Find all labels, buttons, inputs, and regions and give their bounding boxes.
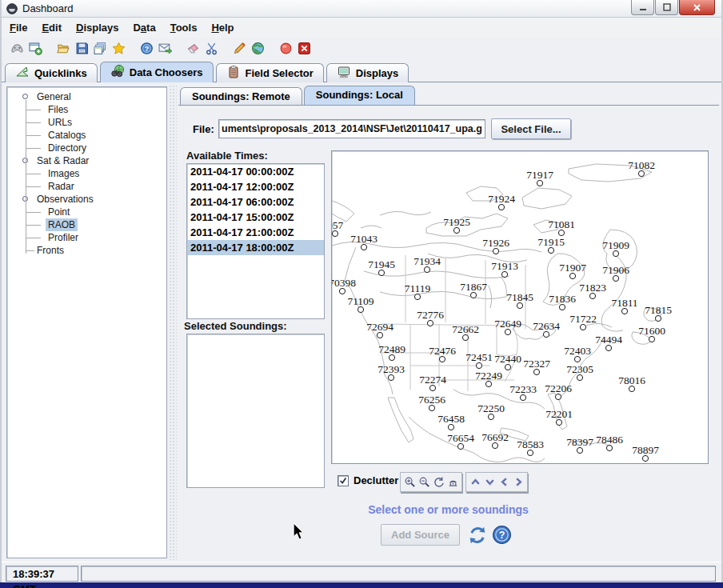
tree-item-profiler[interactable]: Profiler <box>14 231 166 244</box>
close-button[interactable] <box>679 0 715 15</box>
station-marker-78397[interactable] <box>577 447 582 453</box>
station-marker-71836[interactable] <box>559 304 565 310</box>
station-marker-71109[interactable] <box>358 306 363 312</box>
eraser-icon[interactable] <box>184 40 202 58</box>
station-marker-72649[interactable] <box>505 329 510 334</box>
station-marker-72274[interactable] <box>429 385 435 390</box>
tree-item-fronts[interactable]: Fronts <box>14 244 166 257</box>
station-marker-71823[interactable] <box>589 293 595 298</box>
station-marker-71925[interactable] <box>453 227 459 233</box>
station-marker-71909[interactable] <box>613 250 618 256</box>
zoom-out-button[interactable] <box>417 474 431 490</box>
station-markers[interactable]: 9577104370398711097194571934719257192471… <box>332 159 672 462</box>
station-marker-72249[interactable] <box>485 381 491 386</box>
copy-icon[interactable] <box>91 40 109 58</box>
station-marker-72305[interactable] <box>577 374 582 380</box>
select-file-button[interactable]: Select File... <box>491 118 571 139</box>
selected-soundings-list[interactable] <box>186 334 325 488</box>
station-marker-78583[interactable] <box>527 450 533 455</box>
time-list-item[interactable]: 2011-04-17 21:00:00Z <box>187 225 324 240</box>
tree-item-urls[interactable]: URLs <box>14 116 166 129</box>
menu-displays[interactable]: Displays <box>76 19 126 36</box>
station-marker-72440[interactable] <box>505 364 510 370</box>
rotate-button[interactable] <box>431 474 445 490</box>
send-mail-icon[interactable] <box>156 40 174 58</box>
tree-expand-handle[interactable] <box>22 94 28 99</box>
station-marker-76692[interactable] <box>492 442 497 448</box>
tree-item-point[interactable]: Point <box>14 206 166 218</box>
station-marker-76458[interactable] <box>448 424 453 430</box>
station-marker-71722[interactable] <box>580 324 585 330</box>
station-marker-72451[interactable] <box>476 362 481 368</box>
refresh-icon[interactable] <box>468 526 487 545</box>
tab-displays[interactable]: Displays <box>326 63 409 82</box>
tree-item-catalogs[interactable]: Catalogs <box>14 129 166 142</box>
station-marker-71926[interactable] <box>493 248 498 254</box>
pan-down-button[interactable] <box>482 474 497 490</box>
station-marker-71815[interactable] <box>655 315 661 321</box>
station-marker-72327[interactable] <box>533 369 539 374</box>
tab-quicklinks[interactable]: Quicklinks <box>5 63 98 82</box>
menu-edit[interactable]: Edit <box>42 19 70 36</box>
tree-item-directory[interactable]: Directory <box>14 142 166 154</box>
time-list-item[interactable]: 2011-04-17 00:00:00Z <box>187 164 324 179</box>
time-list-item[interactable]: 2011-04-17 18:00:00Z <box>187 240 324 255</box>
station-marker-71917[interactable] <box>537 180 542 186</box>
tree-item-raob[interactable]: RAOB <box>14 218 166 231</box>
declutter-checkbox[interactable] <box>338 475 349 486</box>
controller-icon[interactable] <box>8 40 26 58</box>
station-map[interactable]: 9577104370398711097194571934719257192471… <box>331 150 709 464</box>
station-marker-72250[interactable] <box>488 414 493 419</box>
cut-icon[interactable] <box>202 40 220 58</box>
station-marker-71600[interactable] <box>649 336 654 342</box>
station-marker-76256[interactable] <box>429 405 434 410</box>
station-marker-71119[interactable] <box>414 294 420 299</box>
station-marker-71907[interactable] <box>569 273 575 278</box>
zoom-in-button[interactable] <box>402 474 417 490</box>
home-button[interactable] <box>445 474 460 490</box>
tree-item-radar[interactable]: Radar <box>14 180 166 193</box>
station-marker-71811[interactable] <box>621 308 627 314</box>
expand-right-icon[interactable] <box>170 98 176 105</box>
station-marker-71934[interactable] <box>424 266 429 272</box>
station-marker-72233[interactable] <box>520 394 525 400</box>
station-marker-76654[interactable] <box>457 443 463 449</box>
station-marker-78897[interactable] <box>642 455 648 461</box>
station-marker-74494[interactable] <box>605 345 611 350</box>
station-marker-71945[interactable] <box>378 270 384 275</box>
collapse-left-icon[interactable] <box>170 90 176 96</box>
favorites-icon[interactable] <box>110 40 127 58</box>
station-marker-72201[interactable] <box>556 419 561 425</box>
pencil-icon[interactable] <box>230 40 248 58</box>
menu-tools[interactable]: Tools <box>170 19 206 36</box>
record-icon[interactable] <box>277 40 294 58</box>
menu-file[interactable]: File <box>10 19 35 36</box>
station-marker-71913[interactable] <box>501 271 507 277</box>
menu-help[interactable]: Help <box>211 19 242 36</box>
station-marker-71082[interactable] <box>638 170 644 176</box>
new-window-icon[interactable] <box>26 40 44 58</box>
station-marker-71845[interactable] <box>517 302 522 308</box>
station-marker-71915[interactable] <box>548 247 553 253</box>
open-folder-icon[interactable] <box>54 40 72 58</box>
pan-left-button[interactable] <box>497 474 511 490</box>
pan-right-button[interactable] <box>511 474 525 490</box>
maximize-button[interactable] <box>655 0 678 15</box>
tree-item-observations[interactable]: Observations <box>14 193 166 206</box>
delete-icon[interactable] <box>295 40 313 58</box>
time-list-item[interactable]: 2011-04-17 12:00:00Z <box>187 179 324 194</box>
station-marker-71043[interactable] <box>361 244 366 250</box>
station-marker-70398[interactable] <box>339 288 345 294</box>
station-marker-72776[interactable] <box>427 320 433 326</box>
station-marker-72489[interactable] <box>389 354 394 360</box>
menu-data[interactable]: Data <box>133 19 163 36</box>
file-path-input[interactable] <box>218 119 485 138</box>
station-marker-72393[interactable] <box>388 374 393 380</box>
station-marker-72476[interactable] <box>439 356 445 362</box>
help-badge-icon[interactable]: ? <box>138 40 155 58</box>
tab-field-selector[interactable]: Field Selector <box>216 63 324 82</box>
tab-data-choosers[interactable]: Data Choosers <box>100 62 214 82</box>
station-marker-71867[interactable] <box>470 292 476 298</box>
time-list-item[interactable]: 2011-04-17 15:00:00Z <box>187 210 324 225</box>
station-marker-957[interactable] <box>332 230 338 236</box>
